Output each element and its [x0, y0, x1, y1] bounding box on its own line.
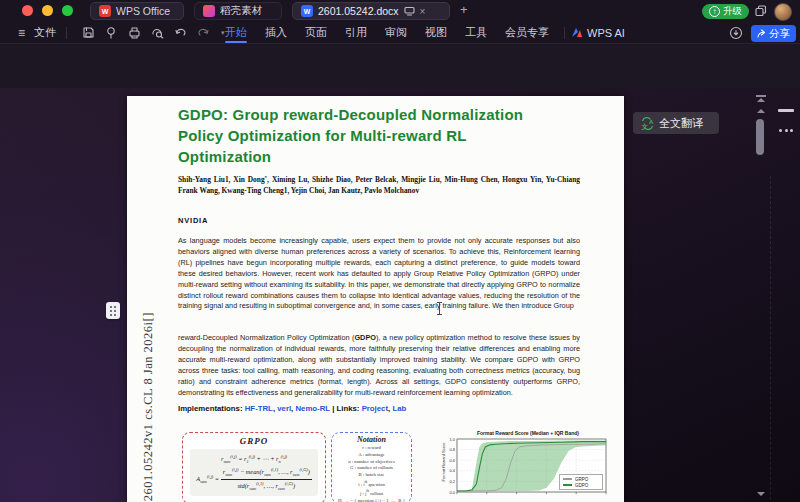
- svg-text:0.6: 0.6: [449, 458, 455, 463]
- link-lab[interactable]: Lab: [392, 404, 406, 413]
- svg-text:0.2: 0.2: [449, 479, 455, 484]
- ribbon-tabs: 开始 插入 页面 引用 审阅 视图 工具 会员专享 WPS AI: [216, 22, 634, 43]
- notation-line: j : jth rollout: [332, 488, 411, 497]
- print-preview-icon[interactable]: [151, 26, 164, 39]
- tab-wps-office[interactable]: W WPS Office: [90, 2, 184, 20]
- grpo-formula-numerator: rsum(i,j) − mean(rsum(i,1), …, rsum(i,G)…: [221, 467, 312, 479]
- save-icon[interactable]: [82, 26, 95, 39]
- scroll-to-top-button[interactable]: [756, 95, 766, 103]
- implementations-line: Implementations: HF-TRL, verl, Nemo-RL |…: [178, 404, 580, 413]
- upgrade-button[interactable]: ↑ 升级: [702, 4, 749, 19]
- svg-text:A: A: [649, 118, 654, 124]
- tab-label: 2601.05242.docx: [318, 5, 399, 17]
- paragraph-drag-handle[interactable]: [106, 302, 120, 319]
- scrollbar-thumb[interactable]: [756, 119, 764, 155]
- menubar: ≡ 文件 ▾ 开始 插入: [0, 22, 800, 44]
- link-project[interactable]: Project: [362, 404, 388, 413]
- window-restore-icon[interactable]: [755, 5, 767, 17]
- grpo-formula-denominator: std(rsum(i,1), …, rsum(i,G)): [221, 480, 312, 491]
- legend-label-gdpo: GDPO: [575, 483, 588, 488]
- chart-legend: GRPO GDPO: [559, 474, 603, 490]
- implementations-label: Implementations:: [178, 404, 243, 413]
- screen-share-icon[interactable]: [404, 6, 415, 16]
- macos-close-button[interactable]: [22, 5, 33, 16]
- notation-line: n : number of objectives: [332, 459, 411, 466]
- undo-icon[interactable]: [174, 26, 187, 39]
- wps-ai-logo-icon: [571, 27, 583, 38]
- document-page[interactable]: GDPO: Group reward-Decoupled Normalizati…: [127, 96, 624, 502]
- upgrade-label: 升级: [723, 5, 742, 18]
- wps-logo-icon: W: [99, 5, 111, 17]
- legend-swatch-gdpo: [563, 484, 572, 485]
- svg-text:0.4: 0.4: [449, 468, 455, 473]
- share-label: 分享: [769, 27, 790, 41]
- grpo-formulas: rsum(i,j) = r1(i,j) + ⋯ + rn(i,j) Asum(i…: [190, 449, 318, 496]
- docer-logo-icon: [203, 5, 215, 17]
- tab-membership[interactable]: 会员专享: [496, 22, 558, 43]
- share-button[interactable]: 分享: [751, 25, 796, 42]
- tab-document[interactable]: W 2601.05242.docx ×: [292, 2, 450, 20]
- word-doc-icon: W: [301, 5, 313, 17]
- paper-title: GDPO: Group reward-Decoupled Normalizati…: [178, 104, 588, 167]
- figure-notation-box: Notation r : reward A : advantage n : nu…: [331, 432, 412, 502]
- abstract-paragraph-1: As language models become increasingly c…: [178, 236, 580, 331]
- wps-office-window: W WPS Office 稻壳素材 W 2601.05242.docx × + …: [0, 0, 800, 502]
- tab-docer-templates[interactable]: 稻壳素材: [194, 2, 282, 20]
- svg-text:0.8: 0.8: [449, 447, 455, 452]
- file-menu[interactable]: 文件: [34, 22, 56, 43]
- tab-reference[interactable]: 引用: [336, 22, 376, 43]
- close-tab-icon[interactable]: ×: [420, 6, 426, 17]
- svg-text:1.0: 1.0: [449, 437, 455, 442]
- legend-swatch-grpo: [563, 478, 572, 479]
- print-icon[interactable]: [128, 26, 141, 39]
- document-canvas: GDPO: Group reward-Decoupled Normalizati…: [0, 88, 800, 502]
- figure-grpo-box: GRPO rsum(i,j) = r1(i,j) + ⋯ + rn(i,j) A…: [182, 432, 326, 502]
- more-options-dots-icon[interactable]: [779, 129, 793, 132]
- redo-icon[interactable]: [197, 26, 210, 39]
- translate-icon: 文 A: [641, 117, 654, 130]
- macos-minimize-button[interactable]: [42, 5, 53, 16]
- grpo-formula-advantage-lhs: Asum(i,j) =: [196, 475, 219, 482]
- legend-label-grpo: GRPO: [575, 477, 588, 482]
- macos-zoom-button[interactable]: [62, 5, 73, 16]
- notation-line: A : advantage: [332, 452, 411, 459]
- notation-line: i : ith question: [332, 479, 411, 488]
- chart-plot-area: 0.00.20.40.60.81.0: [440, 436, 612, 502]
- paper-authors: Shih-Yang Liu1, Xin Dong*, Ximing Lu, Sh…: [178, 172, 580, 208]
- tab-tools[interactable]: 工具: [456, 22, 496, 43]
- scrollbar-up-arrow[interactable]: [757, 109, 765, 113]
- titlebar: W WPS Office 稻壳素材 W 2601.05242.docx × + …: [0, 0, 800, 22]
- full-text-translate-button[interactable]: 文 A 全文翻译: [633, 112, 719, 134]
- tab-home[interactable]: 开始: [216, 22, 256, 43]
- link-hf-trl[interactable]: HF-TRL: [245, 404, 273, 413]
- grpo-formula-sum: rsum(i,j) = r1(i,j) + ⋯ + rn(i,j): [193, 454, 315, 464]
- share-arrow-icon: [757, 29, 766, 38]
- text-cursor-ibeam: [436, 302, 443, 315]
- figure-reward-chart: Format Reward Score (Median + IQR Band) …: [440, 430, 612, 502]
- tab-wps-ai[interactable]: WPS AI: [583, 22, 634, 43]
- hamburger-menu-icon[interactable]: ≡: [18, 22, 25, 43]
- tab-label: WPS Office: [116, 5, 170, 17]
- tab-page[interactable]: 页面: [296, 22, 336, 43]
- tab-label: 稻壳素材: [220, 4, 262, 18]
- ribbon-toolbar: 格式刷 Arial ▾ 9.5 ▾ A+ A− A * ▾: [0, 44, 800, 88]
- new-tab-button[interactable]: +: [460, 2, 468, 17]
- cloud-sync-icon[interactable]: [729, 26, 743, 40]
- tab-view[interactable]: 视图: [416, 22, 456, 43]
- grpo-box-title: GRPO: [183, 436, 325, 446]
- abstract-paragraph-2: reward-Decoupled Normalization Policy Op…: [178, 333, 580, 405]
- scrollbar-down-arrow[interactable]: [757, 492, 765, 496]
- upgrade-arrow-icon: ↑: [709, 6, 720, 17]
- right-rail-divider: [770, 176, 771, 502]
- link-verl[interactable]: verl: [277, 404, 291, 413]
- tab-review[interactable]: 审阅: [376, 22, 416, 43]
- paper-affiliation: NVIDIA: [178, 216, 208, 225]
- translate-label: 全文翻译: [659, 116, 703, 131]
- link-nemo-rl[interactable]: Nemo-RL: [295, 404, 330, 413]
- sidebar-collapse-handle[interactable]: [778, 109, 794, 112]
- tab-insert[interactable]: 插入: [256, 22, 296, 43]
- user-avatar[interactable]: [774, 3, 792, 21]
- notation-box-title: Notation: [332, 435, 411, 444]
- export-pdf-icon[interactable]: [105, 26, 118, 39]
- notation-line: G : number of rollouts: [332, 465, 411, 472]
